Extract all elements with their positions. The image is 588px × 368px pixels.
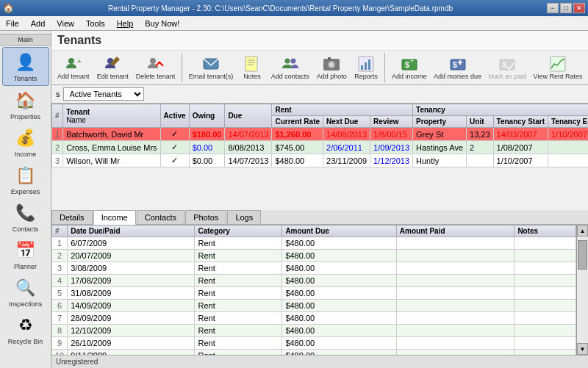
scroll-down-button[interactable]: ▼ — [577, 343, 588, 355]
view-rent-rates-label: View Rent Rates — [534, 73, 583, 80]
upper-table-container[interactable]: # TenantName Active Owing Due Rent Tenan… — [51, 104, 588, 210]
table-cell: $480.00 — [282, 300, 396, 312]
menubar: FileAddViewToolsHelpBuy Now! — [0, 16, 588, 31]
scroll-up-button[interactable]: ▲ — [577, 225, 588, 237]
table-cell: $480.00 — [282, 312, 396, 325]
table-cell: 23/11/2009 — [323, 154, 370, 167]
reports-button[interactable]: Reports — [351, 53, 381, 82]
sidebar-item-contacts[interactable]: 📞 Contacts — [2, 198, 49, 236]
menu-item-file[interactable]: File — [1, 18, 24, 29]
tab-details[interactable]: Details — [51, 210, 93, 224]
table-row[interactable]: 1Batchworth, David Mr✓$180.0014/07/2013$… — [52, 128, 589, 141]
reports-label: Reports — [354, 73, 378, 80]
menu-item-add[interactable]: Add — [26, 18, 50, 29]
sidebar-label-recycle: Recycle Bin — [8, 338, 43, 345]
list-item[interactable]: 33/08/2009Rent$480.00 — [52, 262, 576, 275]
table-cell: 8/08/2013 — [225, 141, 272, 154]
tab-contacts[interactable]: Contacts — [137, 210, 184, 224]
menu-item-view[interactable]: View — [52, 18, 79, 29]
close-button[interactable]: ✕ — [573, 3, 585, 13]
table-cell: 12/10/2009 — [68, 325, 195, 337]
table-cell: 1/10/2007 — [493, 154, 548, 167]
list-item[interactable]: 531/08/2009Rent$480.00 — [52, 287, 576, 300]
list-item[interactable]: 220/07/2009Rent$480.00 — [52, 250, 576, 262]
sidebar-item-planner[interactable]: 📅 Planner — [2, 236, 49, 273]
add-tenant-button[interactable]: + Add tenant — [54, 53, 93, 82]
add-photo-button[interactable]: Add photo — [314, 53, 350, 82]
th-property: Property — [413, 116, 467, 128]
add-photo-icon — [323, 55, 340, 73]
maximize-button[interactable]: □ — [560, 3, 572, 13]
list-item[interactable]: 812/10/2009Rent$480.00 — [52, 325, 576, 337]
table-cell — [514, 275, 576, 287]
svg-text:$: $ — [502, 60, 506, 69]
lower-table-area[interactable]: # Date Due/Paid Category Amount Due Amou… — [51, 225, 576, 355]
add-contacts-button[interactable]: Add contacts — [268, 53, 312, 82]
view-rent-rates-button[interactable]: View Rent Rates — [531, 53, 585, 82]
status-bar: Unregistered — [51, 355, 588, 368]
list-item[interactable]: 614/09/2009Rent$480.00 — [52, 300, 576, 312]
list-item[interactable]: 16/07/2009Rent$480.00 — [52, 237, 576, 250]
sidebar-item-recycle[interactable]: ♻ Recycle Bin — [2, 311, 49, 348]
sidebar-item-tenants[interactable]: 👤 Tenants — [2, 47, 49, 86]
edit-tenant-button[interactable]: Edit tenant — [94, 53, 132, 82]
list-item[interactable]: 109/11/2009Rent$480.00 — [52, 350, 576, 356]
table-cell: Rent — [195, 250, 282, 262]
table-cell: 6 — [52, 300, 68, 312]
menu-item-help[interactable]: Help — [112, 18, 138, 29]
titlebar-controls: − □ ✕ — [547, 3, 585, 13]
sidebar-item-income[interactable]: 💰 Income — [2, 123, 49, 161]
table-cell: 1/09/2013 — [370, 141, 413, 154]
edit-tenant-icon — [104, 55, 121, 73]
th-category: Category — [195, 226, 282, 237]
menu-item-buynow![interactable]: Buy Now! — [140, 18, 184, 29]
add-monies-due-button[interactable]: $ Add monies due — [431, 53, 484, 82]
table-cell: 20/07/2009 — [68, 250, 195, 262]
table-cell: 1/8/00/15 — [370, 128, 413, 141]
menu-item-tools[interactable]: Tools — [82, 18, 110, 29]
table-cell: 1/12/2013 — [370, 154, 413, 167]
svg-text:+: + — [410, 57, 414, 65]
table-cell: 8 — [52, 325, 68, 337]
th-amount-paid: Amount Paid — [396, 226, 514, 237]
list-item[interactable]: 728/09/2009Rent$480.00 — [52, 312, 576, 325]
email-tenants-button[interactable]: Email tenant(s) — [186, 53, 236, 82]
list-item[interactable]: 926/10/2009Rent$480.00 — [52, 337, 576, 350]
filter-bar: s Active Tenants All Tenants Inactive Te… — [51, 85, 588, 104]
table-row[interactable]: 2Cross, Emma Louise Mrs✓$0.008/08/2013$7… — [52, 141, 589, 154]
scroll-track[interactable] — [577, 237, 588, 343]
filter-select[interactable]: Active Tenants All Tenants Inactive Tena… — [63, 87, 144, 101]
sidebar-item-expenses[interactable]: 📋 Expenses — [2, 161, 49, 198]
page-title: Tenants — [57, 34, 101, 46]
table-cell: 1 — [52, 128, 63, 141]
tab-income[interactable]: Income — [93, 210, 136, 225]
table-cell: Rent — [195, 237, 282, 250]
sidebar-label-income: Income — [15, 151, 37, 158]
table-cell: $1,260.00 — [272, 128, 323, 141]
notes-button[interactable]: Notes — [237, 53, 267, 82]
table-cell — [514, 237, 576, 250]
mark-as-paid-button[interactable]: $ Mark as paid — [486, 53, 529, 82]
mark-as-paid-label: Mark as paid — [489, 73, 527, 80]
sidebar-item-properties[interactable]: 🏠 Properties — [2, 86, 49, 123]
minimize-button[interactable]: − — [547, 3, 559, 13]
add-monies-due-icon: $ — [449, 55, 467, 73]
vertical-scrollbar[interactable]: ▲ ▼ — [576, 225, 588, 355]
th-name: TenantName — [63, 104, 160, 128]
tab-logs[interactable]: Logs — [227, 210, 261, 224]
delete-tenant-button[interactable]: Delete tenant — [133, 53, 178, 82]
table-cell — [396, 250, 514, 262]
table-cell: Rent — [195, 300, 282, 312]
scroll-thumb[interactable] — [578, 240, 587, 270]
add-income-label: Add income — [392, 73, 427, 80]
list-item[interactable]: 417/08/2009Rent$480.00 — [52, 275, 576, 287]
tab-photos[interactable]: Photos — [185, 210, 226, 224]
table-cell: Wilson, Will Mr — [63, 154, 160, 167]
table-cell: Rent — [195, 350, 282, 356]
sidebar-item-inspections[interactable]: 🔍 Inspections — [2, 273, 49, 311]
table-cell: Grey St — [413, 128, 467, 141]
svg-point-12 — [290, 59, 295, 64]
add-income-button[interactable]: $+ Add income — [389, 53, 429, 82]
sidebar-section-main: Main — [0, 34, 51, 46]
table-row[interactable]: 3Wilson, Will Mr✓$0.0014/07/2013$480.002… — [52, 154, 589, 167]
